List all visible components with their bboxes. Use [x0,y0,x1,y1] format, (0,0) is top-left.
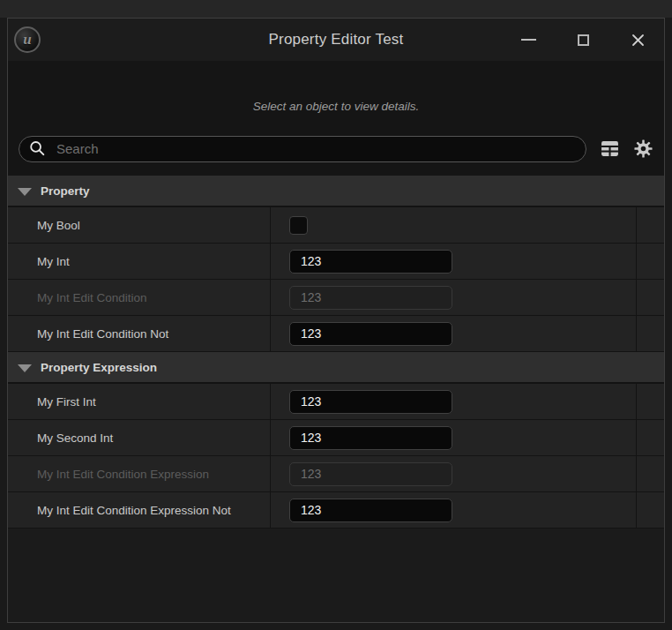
property-row-my-second-int: My Second Int [8,420,664,456]
row-end-spacer [637,244,664,279]
property-row-my-bool: My Bool [8,207,664,244]
empty-selection-hint: Select an object to view details. [8,100,664,114]
property-name-cell: My Second Int [8,420,271,455]
search-box[interactable] [19,136,586,162]
row-end-spacer [637,420,664,455]
property-label: My Second Int [37,431,113,445]
category-section-property: Property My Bool My Int My Int Edit Cond… [8,176,664,352]
my-int-edit-condition-expression-not-input[interactable] [289,499,452,522]
property-value-cell [271,420,637,455]
row-end-spacer [637,207,664,243]
category-section-property-expression: Property Expression My First Int My Seco… [8,352,664,529]
property-name-cell: My Int [8,244,271,279]
close-button[interactable] [629,31,646,49]
property-name-cell: My Bool [8,207,271,243]
display-options-button[interactable] [601,139,619,158]
property-row-my-int-edit-condition-expression-not: My Int Edit Condition Expression Not [8,492,664,529]
row-end-spacer [637,280,664,315]
settings-button[interactable] [633,139,653,159]
gear-icon [633,139,653,159]
property-value-cell [271,384,637,419]
category-label: Property Expression [41,361,157,374]
property-row-my-int-edit-condition: My Int Edit Condition [8,280,664,316]
property-name-cell: My Int Edit Condition Expression [8,456,271,491]
my-second-int-input[interactable] [289,426,452,450]
my-first-int-input[interactable] [289,390,452,414]
row-end-spacer [637,316,664,351]
close-icon [630,32,646,49]
category-header[interactable]: Property [8,176,664,207]
details-panel: Select an object to view details. [8,61,664,622]
property-row-my-int-edit-condition-expression: My Int Edit Condition Expression [8,456,664,492]
page-background-strip [0,0,672,18]
chevron-down-icon [18,188,32,196]
my-int-edit-condition-input [289,286,452,310]
property-label: My Int Edit Condition Expression [37,468,209,481]
property-name-cell: My Int Edit Condition [8,280,271,315]
minimize-icon [521,39,536,41]
search-input[interactable] [55,140,575,157]
search-toolbar [19,135,653,162]
my-int-input[interactable] [289,250,452,274]
empty-area [8,529,664,622]
property-name-cell: My Int Edit Condition Expression Not [8,492,271,528]
minimize-button[interactable] [519,31,537,49]
property-label: My Int [37,255,70,268]
property-grid: Property My Bool My Int My Int Edit Cond… [8,176,664,529]
unreal-engine-logo: u [14,26,41,53]
property-editor-window: u Property Editor Test Select an object … [7,18,665,623]
window-controls [519,19,646,61]
property-label: My Bool [37,219,80,232]
property-name-cell: My Int Edit Condition Not [8,316,271,351]
property-label: My Int Edit Condition Not [37,327,168,341]
my-bool-checkbox[interactable] [289,216,308,235]
chevron-down-icon [18,364,32,372]
property-name-cell: My First Int [8,384,271,419]
title-bar[interactable]: u Property Editor Test [8,19,664,61]
property-row-my-int-edit-condition-not: My Int Edit Condition Not [8,316,664,352]
row-end-spacer [637,492,664,528]
category-rows: My First Int My Second Int My Int Edit C… [8,384,664,529]
property-row-my-first-int: My First Int [8,384,664,420]
property-value-cell [271,244,637,279]
property-row-my-int: My Int [8,244,664,280]
property-value-cell [271,456,637,491]
row-end-spacer [637,456,664,491]
category-header[interactable]: Property Expression [8,352,664,384]
category-rows: My Bool My Int My Int Edit Condition My … [8,207,664,352]
category-label: Property [41,184,90,198]
search-icon [28,139,47,158]
property-label: My Int Edit Condition [37,291,147,304]
my-int-edit-condition-not-input[interactable] [289,322,452,346]
maximize-button[interactable] [574,31,592,49]
property-value-cell [271,280,637,315]
property-value-cell [271,316,637,351]
my-int-edit-condition-expression-input [289,462,452,486]
property-label: My First Int [37,395,96,409]
property-value-cell [271,492,637,528]
maximize-icon [578,34,589,46]
table-view-icon [601,139,619,158]
property-label: My Int Edit Condition Expression Not [37,504,231,517]
property-value-cell [271,207,637,243]
row-end-spacer [637,384,664,419]
